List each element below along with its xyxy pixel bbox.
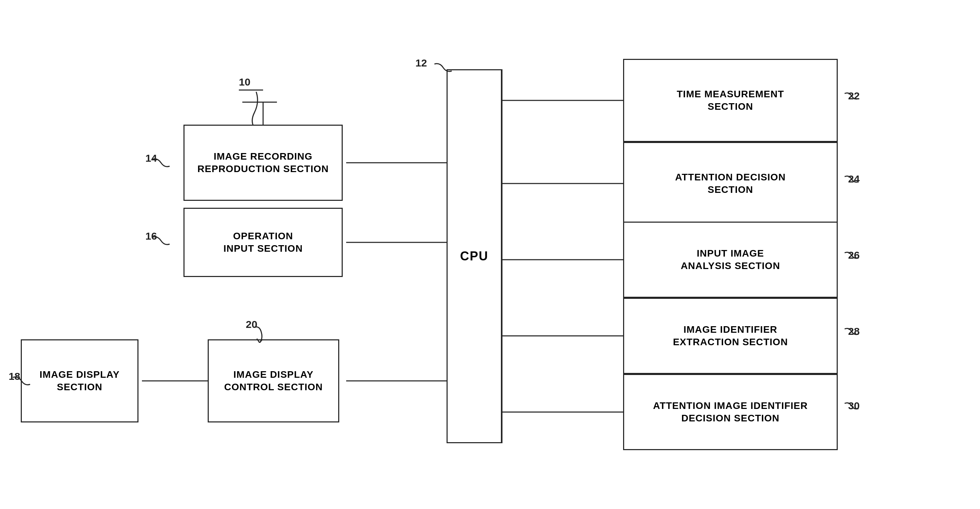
attention-decision-ref: 24 [848,173,859,185]
operation-input-block: OPERATIONINPUT SECTION [183,208,343,277]
image-display-control-ref: 20 [246,318,257,330]
diagram: 10 CPU 12 IMAGE RECORDINGREPRODUCTION SE… [0,0,980,509]
time-measurement-block: TIME MEASUREMENTSECTION [623,59,838,142]
system-ref-underline [239,88,267,95]
image-recording-ref: 14 [145,152,157,164]
operation-input-ref: 16 [145,230,157,242]
cpu-ref-label: 12 [415,57,427,69]
attention-image-decision-block: ATTENTION IMAGE IDENTIFIERDECISION SECTI… [623,374,838,450]
system-ref-label: 10 [239,76,250,88]
input-image-analysis-ref: 26 [848,249,859,261]
time-measurement-ref: 22 [848,90,859,102]
image-recording-block: IMAGE RECORDINGREPRODUCTION SECTION [183,125,343,201]
cpu-block: CPU [447,69,502,443]
image-display-control-block: IMAGE DISPLAYCONTROL SECTION [208,339,339,422]
image-display-ref: 18 [9,371,20,382]
image-identifier-extraction-ref: 28 [848,326,859,337]
attention-image-decision-ref: 30 [848,400,859,412]
input-image-analysis-block: INPUT IMAGEANALYSIS SECTION [623,222,838,298]
image-identifier-extraction-block: IMAGE IDENTIFIEREXTRACTION SECTION [623,298,838,374]
attention-decision-block: ATTENTION DECISIONSECTION [623,142,838,225]
image-display-block: IMAGE DISPLAYSECTION [21,339,138,422]
